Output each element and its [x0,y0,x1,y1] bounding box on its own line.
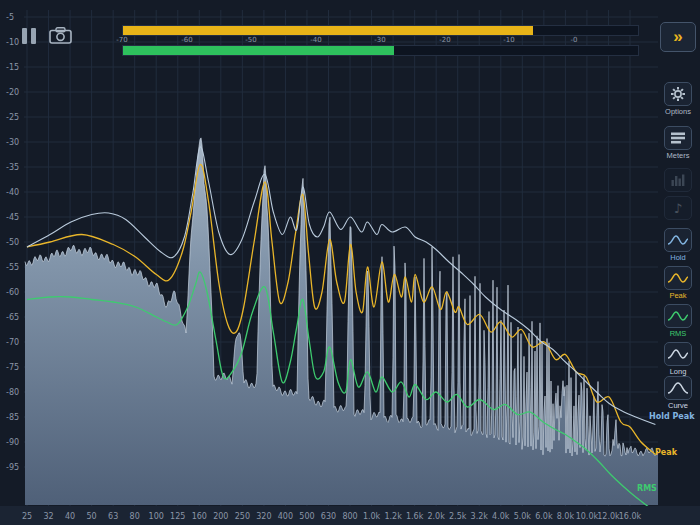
svg-text:250: 250 [235,512,250,521]
svg-text:125: 125 [170,512,185,521]
side-panel: Options Meters [659,80,697,410]
svg-text:-95: -95 [6,463,19,472]
meter-scale-label: -30 [374,36,385,44]
svg-text:-75: -75 [6,363,19,372]
expand-button[interactable]: » [660,22,696,52]
svg-text:25: 25 [22,512,32,521]
svg-text:2.0k: 2.0k [427,512,445,521]
peak-curve-label: Peak [655,448,677,457]
svg-text:-35: -35 [6,163,19,172]
svg-text:63: 63 [108,512,118,521]
peak-curve-button[interactable]: Peak [659,266,697,300]
svg-text:1.6k: 1.6k [406,512,424,521]
hold-curve-button-label: Hold [659,254,697,262]
meter-scale-label: -40 [310,36,321,44]
rms-meter-track [122,45,639,56]
options-button-label: Options [659,108,697,116]
transport-toolbar [22,27,72,47]
svg-text:800: 800 [342,512,357,521]
svg-text:40: 40 [65,512,75,521]
music-note-icon: ♪ [664,196,692,220]
spectrogram-button[interactable] [659,168,697,194]
peak-curve-button-label: Peak [659,292,697,300]
rms-curve-icon [664,304,692,328]
pause-button[interactable] [22,28,36,47]
svg-text:-30: -30 [6,138,19,147]
svg-text:-45: -45 [6,213,19,222]
options-button[interactable]: Options [659,82,697,116]
svg-text:-65: -65 [6,313,19,322]
meter-scale-label: -50 [245,36,256,44]
svg-text:-10: -10 [6,38,19,47]
spectrogram-icon [664,168,692,192]
svg-text:-85: -85 [6,413,19,422]
meter-scale-label: -10 [503,36,514,44]
pause-icon [22,28,36,44]
svg-text:-50: -50 [6,238,19,247]
svg-text:16.0k: 16.0k [619,512,642,521]
rms-meter-fill [123,46,394,55]
peak-meter-fill [123,26,533,35]
svg-text:-40: -40 [6,188,19,197]
svg-text:80: 80 [130,512,140,521]
svg-text:1.0k: 1.0k [363,512,381,521]
svg-text:32: 32 [43,512,53,521]
svg-text:-25: -25 [6,113,19,122]
meters-button[interactable]: Meters [659,126,697,160]
hold-peak-curve-label: Hold Peak [649,412,694,421]
double-arrow-icon: » [673,27,682,46]
svg-text:50: 50 [87,512,97,521]
meters-button-label: Meters [659,152,697,160]
meter-scale: -70-60-50-40-30-20-10-0 [122,36,639,45]
hold-curve-button[interactable]: Hold [659,228,697,262]
curve-icon [664,376,692,400]
svg-text:2.5k: 2.5k [449,512,467,521]
svg-text:10.0k: 10.0k [576,512,599,521]
meters-icon [664,126,692,150]
svg-text:100: 100 [149,512,164,521]
svg-text:400: 400 [278,512,293,521]
meter-scale-label: -0 [571,36,578,44]
svg-text:-60: -60 [6,288,19,297]
svg-text:12.0k: 12.0k [597,512,620,521]
svg-text:3.2k: 3.2k [471,512,489,521]
svg-text:♪: ♪ [674,201,682,216]
meter-scale-label: -20 [439,36,450,44]
svg-text:160: 160 [192,512,207,521]
svg-text:-70: -70 [6,338,19,347]
long-curve-button[interactable]: Long [659,342,697,376]
rms-curve-label: RMS [637,484,657,493]
curve-settings-button-label: Curve [659,402,697,410]
peak-meter-track [122,25,639,36]
gear-icon [664,82,692,106]
camera-icon [49,27,72,44]
svg-text:1.2k: 1.2k [384,512,402,521]
snapshot-button[interactable] [49,27,72,47]
tuner-button[interactable]: ♪ [659,196,697,222]
svg-text:500: 500 [299,512,314,521]
spectrum-analyzer-window: 2532405063801001251602002503204005006308… [0,0,700,525]
long-curve-button-label: Long [659,368,697,376]
peak-curve-icon [664,266,692,290]
svg-text:8.0k: 8.0k [557,512,575,521]
svg-text:5.0k: 5.0k [514,512,532,521]
svg-text:-80: -80 [6,388,19,397]
svg-text:4.0k: 4.0k [492,512,510,521]
meter-scale-label: -60 [181,36,192,44]
svg-text:200: 200 [213,512,228,521]
svg-text:-90: -90 [6,438,19,447]
spectrum-plot: 2532405063801001251602002503204005006308… [0,0,700,525]
long-curve-icon [664,342,692,366]
svg-text:6.0k: 6.0k [535,512,553,521]
rms-curve-button[interactable]: RMS [659,304,697,338]
level-meters: -70-60-50-40-30-20-10-0 [122,25,639,56]
curve-settings-button[interactable]: Curve [659,376,697,410]
svg-text:-5: -5 [6,13,14,22]
hold-curve-icon [664,228,692,252]
svg-text:630: 630 [321,512,336,521]
rms-curve-button-label: RMS [659,330,697,338]
svg-text:-55: -55 [6,263,19,272]
svg-text:-20: -20 [6,88,19,97]
svg-text:320: 320 [256,512,271,521]
svg-text:-15: -15 [6,63,19,72]
